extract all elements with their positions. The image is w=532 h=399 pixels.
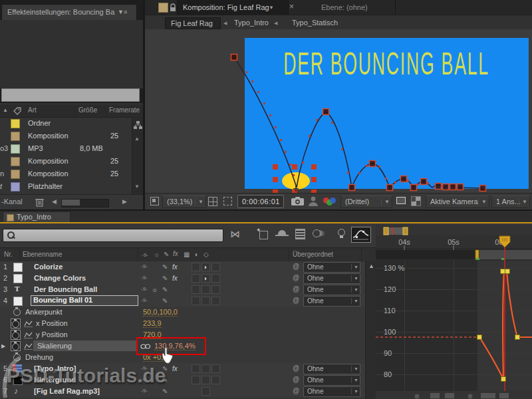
scroll-left-icon[interactable]: ◀ [52, 198, 57, 205]
pickwhip-icon[interactable]: @ [293, 364, 299, 372]
pickwhip-icon[interactable]: @ [293, 285, 299, 293]
fx-switch-icon[interactable]: fx [172, 275, 178, 282]
switch-box[interactable] [201, 376, 210, 384]
tab-close-icon[interactable]: × [289, 2, 294, 11]
switch-box[interactable] [201, 387, 210, 396]
layer-name[interactable]: Der Bouncing Ball [34, 285, 97, 293]
zoom-dropdown[interactable]: (33,1%) ▼ [162, 196, 206, 208]
layer-name[interactable]: Change Colors [34, 274, 86, 282]
table-row-layer-7[interactable]: 7 ♪ [Fig Leaf Rag.mp3] -9- ✎ @ Ohne ▼ [0, 386, 365, 398]
scroll-up-icon[interactable]: ▲ [368, 263, 374, 269]
switch-box[interactable] [201, 364, 210, 373]
show-snapshot-icon[interactable] [309, 196, 318, 206]
breadcrumb-fig-leaf-rag[interactable]: Fig Leaf Rag [165, 17, 221, 29]
parent-dropdown[interactable]: Ohne ▼ [303, 375, 360, 386]
property-row-x-position[interactable]: x Position 233,9 [0, 318, 365, 330]
pickwhip-icon[interactable]: @ [293, 263, 299, 270]
motion-blur-icon[interactable] [313, 229, 321, 237]
switch-box[interactable] [192, 376, 200, 384]
switch-box[interactable] [211, 376, 220, 384]
property-name[interactable]: Ankerpunkt [25, 308, 63, 316]
property-name[interactable]: x Position [36, 319, 68, 327]
stopwatch-active-box[interactable] [11, 341, 21, 351]
property-name[interactable]: Drehung [25, 353, 53, 361]
shy-switch-icon[interactable]: -9- [141, 275, 148, 281]
adjustment-layer-icon[interactable]: ◑ [203, 275, 207, 282]
graph-editor-toggle[interactable] [351, 227, 371, 243]
adjustment-layer-icon[interactable]: ◑ [203, 263, 207, 271]
timecode-display[interactable]: 0:00:06:01 [237, 195, 284, 208]
trash-icon[interactable] [35, 197, 45, 207]
property-value[interactable]: 50,0,100,0 [143, 308, 178, 317]
shy-switch-icon[interactable]: -9- [141, 297, 148, 303]
pickwhip-icon[interactable]: @ [293, 376, 299, 383]
parent-dropdown[interactable]: Ohne ▼ [303, 262, 360, 273]
layer-color-swatch[interactable] [13, 297, 23, 306]
list-item[interactable]: t Platzhalter [0, 180, 132, 193]
include-graph-icon[interactable] [24, 320, 33, 327]
pickwhip-icon[interactable]: @ [293, 274, 299, 281]
table-row-layer-1[interactable]: 1 Colorize -9- ✎ fx ◑ @ Ohne ▼ [0, 261, 365, 273]
fx-switch-icon[interactable]: fx [172, 263, 178, 271]
switch-box[interactable] [211, 364, 220, 373]
column-parent[interactable]: Übergeordnet [293, 251, 333, 258]
switch-box[interactable] [201, 297, 210, 305]
camera-view-dropdown[interactable]: Aktive Kamera ▼ [426, 196, 489, 208]
search-input[interactable] [3, 229, 223, 242]
quality-switch-icon[interactable]: ✎ [162, 275, 168, 282]
list-item[interactable]: o3 MP3 8,0 MB [0, 142, 132, 155]
hscroll-thumb[interactable] [62, 200, 80, 205]
parent-dropdown[interactable]: Ohne ▼ [303, 386, 360, 397]
property-name[interactable]: y Position [36, 331, 68, 338]
parent-dropdown[interactable]: Ohne ▼ [303, 364, 360, 374]
switch-box[interactable] [192, 364, 200, 373]
switch-box[interactable] [192, 263, 200, 271]
quality-switch-icon[interactable]: ✎ [162, 388, 168, 395]
breadcrumb-typo-intro[interactable]: Typo_Intro [234, 19, 269, 27]
pickwhip-icon[interactable]: @ [293, 297, 299, 304]
stopwatch-active-box[interactable] [11, 319, 21, 329]
mask-visibility-icon[interactable] [223, 197, 232, 205]
list-item[interactable]: Komposition 25 [0, 130, 132, 142]
switch-box[interactable] [192, 274, 200, 283]
comp-miniflow-icon[interactable]: ⋈ [230, 228, 240, 240]
layer-name[interactable]: [Fig Leaf Rag.mp3] [34, 387, 100, 395]
stopwatch-icon[interactable] [13, 309, 21, 316]
layer-name-edit-box[interactable]: Bouncing Ball 01 [31, 295, 138, 306]
region-of-interest-icon[interactable] [396, 197, 406, 204]
collapse-icon[interactable]: ▲ [3, 107, 8, 113]
resolution-dropdown[interactable]: (Drittel) ▼ [340, 196, 392, 208]
list-item[interactable]: Ordner [0, 117, 132, 130]
switch-box[interactable] [211, 285, 220, 294]
switch-box[interactable] [192, 297, 200, 305]
shy-switch-icon[interactable]: -9- [141, 388, 148, 394]
rasterize-switch-icon[interactable]: ☼ [152, 286, 158, 293]
layer-color-swatch[interactable] [13, 274, 23, 283]
snapshot-region-icon[interactable] [150, 197, 159, 205]
property-row-anchor[interactable]: Ankerpunkt 50,0,100,0 [0, 307, 365, 319]
switch-box[interactable] [192, 285, 200, 294]
transparency-grid-icon[interactable] [411, 196, 421, 206]
flowchart-icon[interactable] [134, 121, 142, 130]
stopwatch-active-box[interactable] [11, 330, 21, 340]
parent-dropdown[interactable]: Ohne ▼ [303, 285, 360, 295]
column-nr[interactable]: Nr. [4, 251, 13, 258]
breadcrumb-typo-statisch[interactable]: Typo_Statisch [292, 19, 338, 27]
lock-icon[interactable] [169, 3, 177, 12]
switch-box[interactable] [211, 297, 220, 305]
layer-color-swatch[interactable] [13, 263, 23, 272]
quality-switch-icon[interactable]: ✎ [162, 286, 168, 293]
time-navigator-bar[interactable] [384, 227, 408, 235]
scroll-right-icon[interactable]: ▶ [122, 198, 127, 205]
switch-box[interactable] [211, 274, 220, 283]
list-item[interactable]: Komposition 25 [0, 155, 132, 168]
effect-controls-tab[interactable]: Effekteinstellungen: Bouncing Ba ▼≡ [1, 4, 137, 21]
table-row-layer-3[interactable]: 3 T Der Bouncing Ball -9- ☼ ✎ @ Ohne ▼ [0, 284, 365, 296]
layer-name[interactable]: Colorize [34, 263, 63, 271]
quality-switch-icon[interactable]: ✎ [162, 263, 168, 271]
column-framerate[interactable]: Framerate [109, 106, 140, 114]
include-graph-icon[interactable] [24, 331, 33, 338]
shy-layers-icon[interactable] [278, 230, 286, 235]
tab-dropdown-icon[interactable]: ▼ [269, 5, 274, 11]
parent-dropdown[interactable]: Ohne ▼ [303, 296, 360, 307]
